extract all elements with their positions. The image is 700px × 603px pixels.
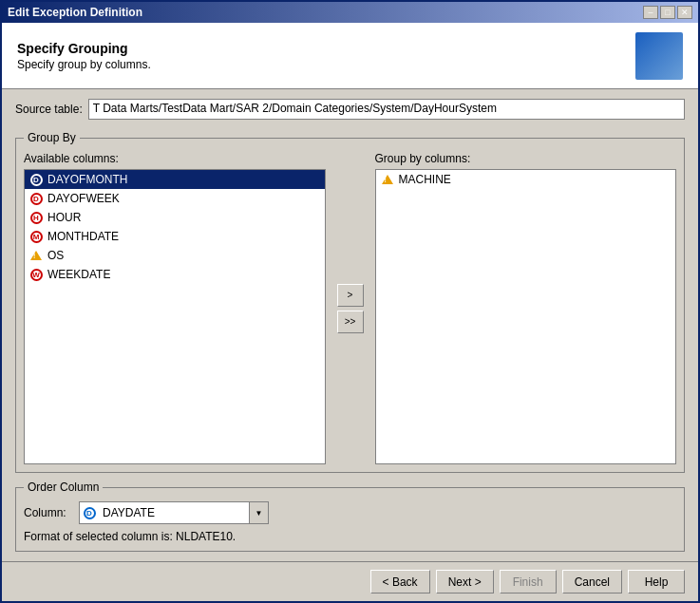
available-columns-list[interactable]: D DAYOFMONTH D DAYOFWEEK H [24,169,326,464]
move-single-button[interactable]: > [337,284,364,307]
list-item[interactable]: H HOUR [25,208,325,227]
list-item[interactable]: D DAYOFMONTH [25,170,325,189]
group-by-columns-list[interactable]: MACHINE [375,169,677,464]
header-graphic [635,32,683,80]
source-table-row: Source table: T Data Marts/TestData Mart… [15,99,685,120]
circle-icon: H [28,211,44,224]
arrow-buttons: > >> [333,152,368,464]
list-item[interactable]: D DAYOFWEEK [25,189,325,208]
header-panel: Specify Grouping Specify group by column… [2,23,698,89]
dropdown-arrow-icon[interactable]: ▼ [249,502,268,523]
move-all-button[interactable]: >> [337,311,364,333]
order-column-panel: Order Column Column: D DAYDATE ▼ Format … [15,481,685,552]
circle-icon: D [28,192,44,205]
group-by-panel: Group By Available columns: D DAYOFMONTH [15,131,685,473]
column-select-value: DAYDATE [99,506,249,519]
group-by-body: Available columns: D DAYOFMONTH D [24,152,676,464]
warning-triangle-icon [380,173,395,186]
format-text: Format of selected column is: NLDATE10. [24,530,676,543]
select-icon: D [80,503,99,522]
circle-icon: W [28,268,44,281]
bottom-bar: < Back Next > Finish Cancel Help [2,561,698,601]
circle-icon: D [28,173,44,186]
available-columns-section: Available columns: D DAYOFMONTH D [24,152,326,464]
order-column-legend: Order Column [24,481,103,494]
next-button[interactable]: Next > [436,570,494,594]
list-item[interactable]: W WEEKDATE [25,265,325,284]
header-subtitle: Specify group by columns. [17,58,626,71]
list-item[interactable]: M MONTHDATE [25,227,325,246]
header-title: Specify Grouping [17,41,626,56]
source-table-label: Source table: [15,103,83,116]
group-by-columns-section: Group by columns: MACHINE [375,152,677,464]
warning-triangle-icon [28,249,44,262]
title-bar: Edit Exception Definition – □ ✕ [2,2,698,23]
finish-button[interactable]: Finish [500,570,557,594]
maximize-button[interactable]: □ [660,6,675,19]
close-button[interactable]: ✕ [677,6,692,19]
source-table-value: T Data Marts/TestData Mart/SAR 2/Domain … [88,99,685,120]
cancel-button[interactable]: Cancel [562,570,622,594]
minimize-button[interactable]: – [643,6,658,19]
column-select[interactable]: D DAYDATE ▼ [79,501,269,524]
group-by-columns-label: Group by columns: [375,152,677,165]
help-button[interactable]: Help [628,570,685,594]
list-item[interactable]: MACHINE [376,170,676,189]
main-content: Source table: T Data Marts/TestData Mart… [2,89,698,561]
column-label: Column: [24,506,71,519]
circle-icon: M [28,230,44,243]
back-button[interactable]: < Back [370,570,430,594]
list-item[interactable]: OS [25,246,325,265]
order-column-row: Column: D DAYDATE ▼ [24,501,676,524]
main-window: Edit Exception Definition – □ ✕ Specify … [0,0,700,603]
group-by-legend: Group By [24,131,80,144]
header-icon-area [626,32,683,80]
window-title: Edit Exception Definition [8,6,142,19]
window-controls: – □ ✕ [643,6,692,19]
available-columns-label: Available columns: [24,152,326,165]
header-content: Specify Grouping Specify group by column… [17,41,626,71]
